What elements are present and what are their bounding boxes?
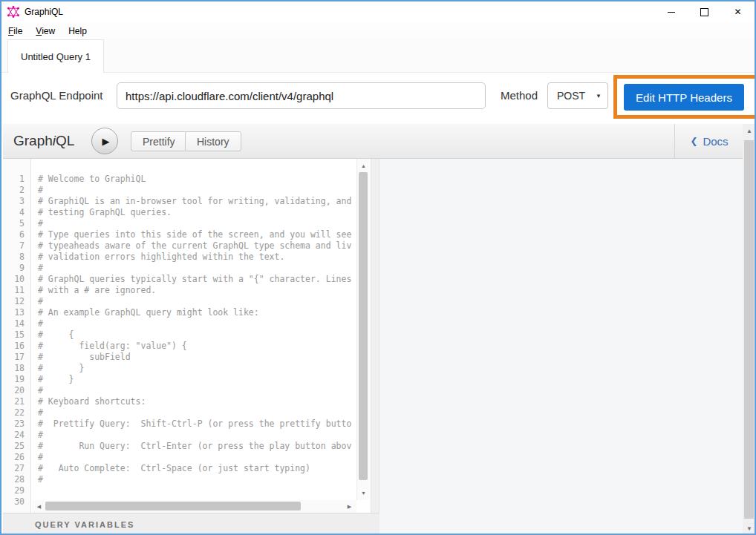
line-number: 12: [3, 296, 30, 307]
scroll-up-icon[interactable]: ▲: [743, 125, 756, 137]
code-line: # with a # are ignored.: [32, 285, 356, 296]
line-number: 22: [3, 407, 30, 419]
code-line: # An example GraphQL query might look li…: [32, 307, 356, 318]
chevron-left-icon: ❮: [690, 136, 697, 146]
line-number: 23: [3, 419, 30, 430]
scroll-down-icon[interactable]: ▼: [743, 522, 756, 534]
app-window: GraphiQL ✕ File View Help Untitled Query…: [0, 0, 756, 535]
menu-help[interactable]: Help: [62, 24, 94, 39]
query-variables-bar[interactable]: QUERY VARIABLES: [3, 513, 379, 535]
code-lines[interactable]: # Welcome to GraphiQL## GraphiQL is an i…: [32, 159, 356, 500]
method-select[interactable]: POST ▼: [547, 82, 608, 109]
graphql-logo-icon: [7, 6, 19, 18]
maximize-icon: [700, 8, 708, 16]
result-pane: [379, 159, 743, 535]
code-line: #: [32, 218, 356, 229]
pane-resize-divider[interactable]: [371, 159, 379, 513]
code-line: [32, 485, 356, 496]
prettify-button[interactable]: Prettify: [131, 131, 187, 151]
minimize-button[interactable]: [654, 1, 688, 22]
editor-horizontal-scrollbar[interactable]: ◀ ▶: [32, 500, 356, 513]
line-number: 21: [3, 396, 30, 407]
code-line: # testing GraphQL queries.: [32, 207, 356, 218]
line-number: 8: [3, 252, 30, 263]
close-button[interactable]: ✕: [721, 1, 755, 22]
line-number: 11: [3, 285, 30, 296]
menu-file[interactable]: File: [1, 24, 29, 39]
line-number: 30: [3, 496, 30, 508]
line-number: 9: [3, 263, 30, 274]
editor-vscroll-thumb[interactable]: [359, 172, 368, 480]
request-bar: GraphQL Endpoint Method POST ▼ Edit HTTP…: [1, 73, 755, 124]
graphiql-logo-text: GraphiQL: [13, 133, 74, 149]
code-line: #: [32, 185, 356, 196]
line-number: 1: [3, 174, 30, 185]
code-line: # validation errors highlighted within t…: [32, 252, 356, 263]
tab-label: Untitled Query 1: [21, 51, 91, 62]
code-line: # Run Query: Ctrl-Enter (or press the pl…: [32, 441, 356, 452]
execute-query-button[interactable]: ▶: [91, 128, 118, 154]
line-number: 25: [3, 441, 30, 452]
tab-strip: Untitled Query 1: [1, 39, 755, 73]
play-icon: ▶: [102, 136, 110, 147]
line-number: 4: [3, 207, 30, 218]
code-line: # Auto Complete: Ctrl-Space (or just sta…: [32, 463, 356, 474]
line-number: 29: [3, 485, 30, 496]
toolbar-divider: [674, 124, 675, 158]
menu-view[interactable]: View: [29, 24, 62, 39]
line-number: 13: [3, 307, 30, 318]
scroll-up-icon[interactable]: ▲: [357, 160, 370, 171]
code-line: #: [32, 385, 356, 396]
docs-toggle-link[interactable]: ❮ Docs: [676, 124, 743, 158]
line-number: 7: [3, 240, 30, 252]
line-number: 27: [3, 463, 30, 474]
line-number: 18: [3, 363, 30, 374]
editor-hscroll-thumb[interactable]: [45, 502, 301, 511]
window-controls: ✕: [654, 1, 755, 22]
line-number: 19: [3, 374, 30, 385]
scroll-down-icon[interactable]: ▼: [357, 488, 370, 499]
code-line: # }: [32, 374, 356, 385]
code-line: #: [32, 407, 356, 419]
history-button[interactable]: History: [185, 131, 241, 151]
code-line: #: [32, 296, 356, 307]
maximize-button[interactable]: [688, 1, 721, 22]
code-line: # Type queries into this side of the scr…: [32, 229, 356, 240]
annotation-highlight: [613, 75, 756, 119]
query-editor-pane: 1234567891011121314151617181920212223242…: [3, 159, 371, 513]
code-line: # subField: [32, 352, 356, 363]
code-line: #: [32, 430, 356, 441]
tab-untitled-query[interactable]: Untitled Query 1: [7, 39, 104, 73]
title-bar: GraphiQL ✕: [1, 1, 755, 22]
scroll-right-icon[interactable]: ▶: [344, 500, 355, 513]
window-title: GraphiQL: [25, 7, 63, 17]
code-line: # }: [32, 363, 356, 374]
code-line: #: [32, 263, 356, 274]
line-number: 16: [3, 341, 30, 352]
line-number: 14: [3, 318, 30, 329]
close-icon: ✕: [734, 7, 741, 16]
query-variables-label: QUERY VARIABLES: [35, 520, 134, 529]
line-number: 26: [3, 452, 30, 463]
code-line: # field(arg: "value") {: [32, 341, 356, 352]
docs-label: Docs: [703, 135, 728, 148]
code-line: # Prettify Query: Shift-Ctrl-P (or press…: [32, 419, 356, 430]
method-label: Method: [501, 89, 538, 102]
line-number: 24: [3, 430, 30, 441]
line-number: 20: [3, 385, 30, 396]
endpoint-input[interactable]: [117, 82, 486, 109]
scroll-left-icon[interactable]: ◀: [33, 500, 45, 513]
line-number: 10: [3, 274, 30, 285]
method-selected-value: POST: [557, 90, 585, 102]
code-line: #: [32, 318, 356, 329]
editor-vertical-scrollbar[interactable]: ▲ ▼: [356, 159, 369, 500]
window-scrollbar[interactable]: ▲ ▼: [743, 124, 756, 535]
code-line: # GraphQL queries typically start with a…: [32, 274, 356, 285]
line-number: 5: [3, 218, 30, 229]
code-line: # {: [32, 329, 356, 341]
code-line: #: [32, 452, 356, 463]
menu-bar: File View Help: [1, 22, 755, 39]
line-number: 28: [3, 474, 30, 485]
window-scroll-thumb[interactable]: [744, 140, 754, 519]
code-line: #: [32, 474, 356, 485]
